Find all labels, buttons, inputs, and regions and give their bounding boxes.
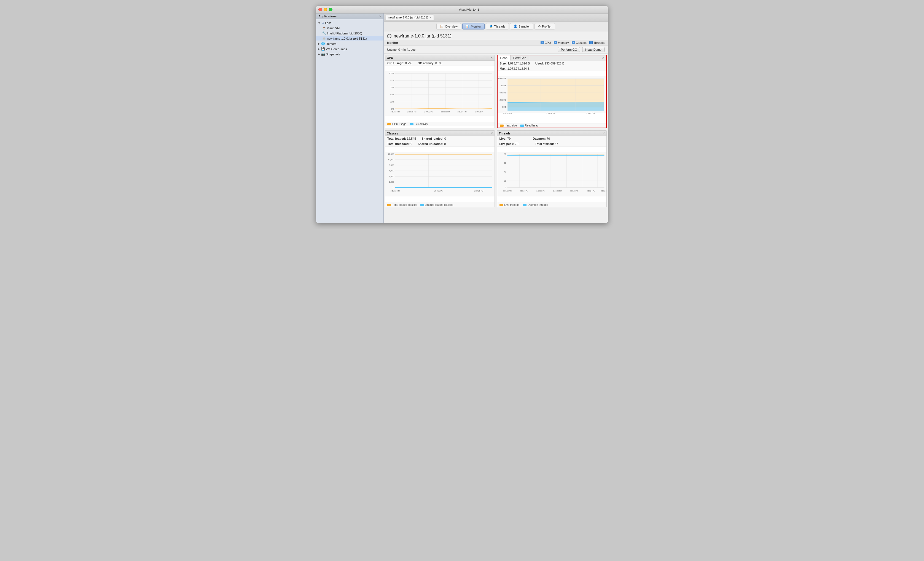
list-item: ▼ 🖥 Local xyxy=(316,20,384,25)
shared-unloaded-label: Shared unloaded: xyxy=(418,142,444,145)
maximize-button[interactable] xyxy=(329,8,333,11)
sampler-icon: 👤 xyxy=(513,24,518,28)
tab-close-icon[interactable]: ✕ xyxy=(429,16,431,19)
heap-dump-button[interactable]: Heap Dump xyxy=(582,47,604,52)
shared-loaded-value: 0 xyxy=(444,137,446,140)
perform-gc-button[interactable]: Perform GC xyxy=(558,47,580,52)
svg-text:40: 40 xyxy=(504,171,506,173)
minimize-button[interactable] xyxy=(324,8,327,11)
sidebar-item-remote[interactable]: ▶ 🌐 Remote xyxy=(316,42,384,46)
uptime-value: 0 min 41 sec xyxy=(398,48,416,51)
legend-color-daemon xyxy=(523,204,526,206)
legend-item-cpu: CPU usage xyxy=(387,123,406,126)
legend-item-shared-classes: Shared loaded classes xyxy=(420,203,453,206)
svg-text:1,000 MB: 1,000 MB xyxy=(498,77,506,79)
svg-text:40%: 40% xyxy=(390,93,394,96)
heap-tab[interactable]: Heap xyxy=(498,55,510,61)
uptime-bar: Uptime: 0 min 41 sec Perform GC Heap Dum… xyxy=(384,46,608,54)
legend-color-used xyxy=(520,124,524,127)
legend-item-gc: GC activity xyxy=(410,123,428,126)
svg-text:2:50:20 PM: 2:50:20 PM xyxy=(424,111,433,113)
heap-max-stat: Max: 1,073,741,824 B xyxy=(500,67,530,70)
cpu-usage-value: 0.2% xyxy=(405,61,412,65)
main-tab[interactable]: newframe-1.0.0.jar (pid 5131) ✕ xyxy=(386,15,434,20)
list-item: ☕ newframe-1.0.0.jar (pid 5131) xyxy=(316,36,384,41)
total-loaded-value: 12,545 xyxy=(407,137,416,140)
memory-stats-2: Max: 1,073,741,824 B xyxy=(498,66,606,71)
classes-checkbox[interactable]: ✓ Classes xyxy=(572,41,586,44)
svg-text:2:50:20 PM: 2:50:20 PM xyxy=(434,190,443,192)
classes-panel-title: Classes xyxy=(387,132,398,135)
sidebar-item-intellij[interactable]: 🔧 IntelliJ Platform (pid 2080) xyxy=(316,31,384,35)
sidebar-close-button[interactable]: ✕ xyxy=(379,15,381,18)
threads-stats-2: Live peak: 79 Total started: 87 xyxy=(497,141,607,147)
legend-label-total: Total loaded classes xyxy=(392,203,417,206)
checkbox-icon: ✓ xyxy=(554,41,557,44)
sidebar-item-label: Remote xyxy=(326,42,337,45)
tab-sampler[interactable]: 👤 Sampler xyxy=(510,23,533,30)
svg-text:0: 0 xyxy=(393,186,394,189)
threads-icon: 🧵 xyxy=(489,24,493,28)
sidebar-item-snapshots[interactable]: ▶ 📷 Snapshots xyxy=(316,52,384,56)
remote-icon: 🌐 xyxy=(321,42,325,45)
tab-overview[interactable]: 📋 Overview xyxy=(436,23,461,30)
sidebar-item-visualvm[interactable]: ☕ VisualVM xyxy=(316,26,384,30)
cpu-panel-header: CPU ✕ xyxy=(385,55,495,61)
heap-used-stat: Used: 233,099,928 B xyxy=(536,62,564,65)
tab-monitor[interactable]: 📊 Monitor xyxy=(462,23,484,30)
classes-panel-close[interactable]: ✕ xyxy=(490,132,493,135)
svg-text:2:50:24 PM: 2:50:24 PM xyxy=(458,111,466,113)
app-title: newframe-1.0.0.jar (pid 5131) xyxy=(394,34,452,39)
tab-profiler[interactable]: ⚙ Profiler xyxy=(534,23,555,30)
threads-checkbox[interactable]: ✓ Threads xyxy=(590,41,604,44)
legend-item-total-classes: Total loaded classes xyxy=(387,203,417,206)
svg-text:2:50:14 PM: 2:50:14 PM xyxy=(503,190,512,192)
sidebar-item-newframe[interactable]: ☕ newframe-1.0.0.jar (pid 5131) xyxy=(316,36,384,40)
svg-text:2:50:20 PM: 2:50:20 PM xyxy=(546,112,555,114)
max-value: 1,073,741,824 B xyxy=(507,67,530,70)
svg-rect-26 xyxy=(507,102,604,111)
coredumps-icon: 💾 xyxy=(321,47,325,51)
tab-label: newframe-1.0.0.jar (pid 5131) xyxy=(388,16,428,19)
permgen-tab[interactable]: PermGen xyxy=(510,55,529,61)
app-header: newframe-1.0.0.jar (pid 5131) xyxy=(384,31,608,40)
legend-color-live xyxy=(500,204,503,206)
threads-chart: 80 60 40 20 0 2:50:14 PM xyxy=(497,147,607,202)
sidebar-item-local[interactable]: ▼ 🖥 Local xyxy=(316,21,384,25)
close-button[interactable] xyxy=(318,8,322,11)
app-icon: ☕ xyxy=(322,37,326,40)
threads-panel-close[interactable]: ✕ xyxy=(602,132,605,135)
svg-text:2:50:25 PM: 2:50:25 PM xyxy=(586,112,595,114)
app-icon: 🔧 xyxy=(322,31,326,35)
svg-text:2:50:25 PM: 2:50:25 PM xyxy=(474,190,483,192)
list-item: ▶ 📷 Snapshots xyxy=(316,51,384,57)
overview-icon: 📋 xyxy=(440,24,444,28)
shared-loaded-label: Shared loaded: xyxy=(422,137,444,140)
tab-threads[interactable]: 🧵 Threads xyxy=(486,23,509,30)
svg-text:0: 0 xyxy=(505,186,506,189)
expand-arrow-icon: ▶ xyxy=(318,42,321,45)
memory-panel-close[interactable]: ✕ xyxy=(600,55,606,61)
svg-text:60%: 60% xyxy=(390,86,394,89)
threads-panel-header: Threads ✕ xyxy=(497,131,607,136)
shared-loaded-stat: Shared loaded: 0 xyxy=(422,137,446,140)
cpu-panel-close[interactable]: ✕ xyxy=(490,56,493,60)
svg-text:10,000: 10,000 xyxy=(388,159,394,161)
memory-tabs: Heap PermGen ✕ xyxy=(498,55,606,61)
size-value: 1,073,741,824 B xyxy=(507,62,530,65)
used-value: 233,099,928 B xyxy=(545,62,564,65)
sidebar-item-coredumps[interactable]: ▶ 💾 VM Coredumps xyxy=(316,47,384,51)
snapshots-icon: 📷 xyxy=(321,52,325,56)
memory-checkbox[interactable]: ✓ Memory xyxy=(554,41,569,44)
window-title: VisualVM 1.4.1 xyxy=(333,8,606,11)
used-label: Used: xyxy=(536,62,545,65)
daemon-stat: Daemon: 76 xyxy=(532,137,550,140)
uptime-text: Uptime: 0 min 41 sec xyxy=(387,48,416,51)
legend-color-cpu xyxy=(387,123,391,126)
expand-arrow-icon: ▼ xyxy=(318,21,321,24)
svg-text:20: 20 xyxy=(504,180,506,182)
cpu-checkbox[interactable]: ✓ CPU xyxy=(540,41,551,44)
memory-chart-svg: 1,000 MB 750 MB 500 MB 250 MB 0 MB 2:50:… xyxy=(498,71,606,122)
monitor-label: Monitor xyxy=(387,41,398,44)
tab-label: Sampler xyxy=(519,25,530,28)
